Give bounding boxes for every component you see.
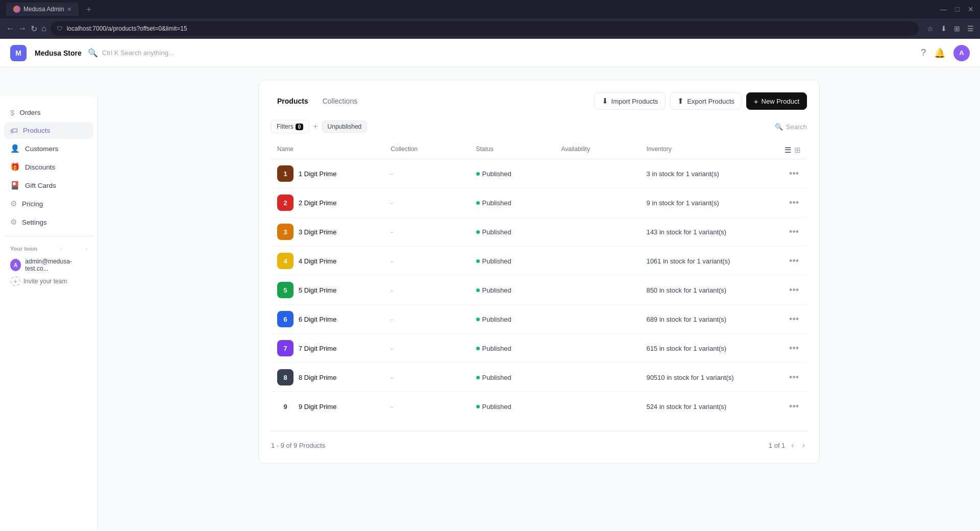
table-row[interactable]: 2 2 Digit Prime - Published 9 in stock f… [271,188,807,218]
row-menu-button[interactable]: ••• [787,400,801,413]
import-products-button[interactable]: ⬇ Import Products [594,92,666,110]
product-status: Published [476,403,561,411]
tab-close[interactable]: ✕ [67,6,71,13]
status-dot [476,288,480,292]
product-thumbnail: 3 [277,224,293,240]
table-row[interactable]: 6 6 Digit Prime - Published 689 in stock… [271,305,807,334]
tab-title: Medusa Admin [23,6,64,13]
status-dot [476,405,480,408]
grid-view-toggle[interactable]: ⊞ [794,146,801,155]
table-row[interactable]: 3 3 Digit Prime - Published 143 in stock… [271,218,807,247]
refresh-button[interactable]: ↻ [31,24,37,34]
pagination-page: 1 of 1 [769,442,786,449]
back-button[interactable]: ← [6,24,14,33]
address-bar[interactable]: 🛡 localhost:7000/a/products?offset=0&lim… [51,21,919,36]
global-search[interactable]: 🔍 Ctrl K Search anything... [88,48,915,58]
user-avatar[interactable]: A [953,45,970,61]
sidebar-item-label: Pricing [22,200,43,208]
team-nav-right[interactable]: › [85,246,87,252]
new-product-button[interactable]: + New Product [746,92,807,110]
pagination-info: 1 - 9 of 9 Products [271,442,325,449]
home-button[interactable]: ⌂ [41,24,46,33]
sidebar-item-gift-cards[interactable]: 🎴 Gift Cards [4,177,93,194]
table-search[interactable]: 🔍 Search [775,123,807,131]
team-nav-left[interactable]: ‹ [60,246,62,252]
sidebar-item-pricing[interactable]: ⚙ Pricing [4,195,93,212]
tab-collections[interactable]: Collections [316,94,363,108]
product-status: Published [476,228,561,236]
product-collection: - [391,170,476,178]
sidebar-item-orders[interactable]: $ Orders [4,104,93,121]
product-thumbnail: 6 [277,311,293,327]
tab-products[interactable]: Products [271,94,314,108]
row-actions: ••• [760,167,801,180]
maximize-btn[interactable]: □ [955,5,960,13]
unpublished-tag[interactable]: Unpublished [322,120,368,133]
col-status: Status [476,146,561,155]
product-name-cell: 7 7 Digit Prime [277,340,391,356]
notifications-button[interactable]: 🔔 [934,47,945,59]
col-inventory: Inventory [646,146,760,155]
filters-label: Filters [277,123,293,130]
product-inventory: 3 in stock for 1 variant(s) [646,170,760,178]
row-menu-button[interactable]: ••• [787,371,801,384]
filters-button[interactable]: Filters 0 [271,120,309,133]
products-icon: 🏷 [10,126,18,135]
extensions-icon[interactable]: ⊞ [954,25,960,33]
status-label: Published [482,345,511,352]
sidebar-item-label: Gift Cards [25,182,56,189]
settings-icon: ⚙ [10,218,17,227]
table-row[interactable]: 7 7 Digit Prime - Published 615 in stock… [271,334,807,363]
status-label: Published [482,257,511,265]
row-menu-button[interactable]: ••• [787,197,801,209]
help-button[interactable]: ? [921,47,926,58]
col-collection: Collection [391,146,476,155]
close-btn[interactable]: ✕ [968,5,974,13]
table-row[interactable]: 9 9 Digit Prime - Published 524 in stock… [271,392,807,421]
product-status: Published [476,286,561,294]
table-row[interactable]: 8 8 Digit Prime - Published 90510 in sto… [271,363,807,392]
prev-page-button[interactable]: ‹ [789,440,796,451]
row-menu-button[interactable]: ••• [787,226,801,238]
table-row[interactable]: 5 5 Digit Prime - Published 850 in stock… [271,276,807,305]
export-products-button[interactable]: ⬆ Export Products [670,92,742,110]
next-page-button[interactable]: › [800,440,807,451]
download-icon[interactable]: ⬇ [941,25,947,33]
row-menu-button[interactable]: ••• [787,284,801,297]
sidebar-item-settings[interactable]: ⚙ Settings [4,213,93,231]
add-filter-button[interactable]: + [313,122,317,131]
new-tab-button[interactable]: ＋ [85,4,93,15]
status-label: Published [482,286,511,294]
product-thumbnail: 2 [277,195,293,211]
minimize-btn[interactable]: — [940,5,947,13]
row-menu-button[interactable]: ••• [787,342,801,355]
row-menu-button[interactable]: ••• [787,255,801,268]
status-dot [476,318,480,321]
menu-icon[interactable]: ☰ [967,25,974,33]
browser-tab[interactable]: Medusa Admin ✕ [6,3,79,16]
pagination-nav: 1 of 1 ‹ › [769,440,807,451]
sidebar-item-products[interactable]: 🏷 Products [4,122,93,139]
product-inventory: 850 in stock for 1 variant(s) [646,286,760,294]
forward-button[interactable]: → [18,24,27,33]
invite-team-button[interactable]: + Invite your team [10,274,87,288]
store-initial: M [15,49,21,57]
products-table: Name Collection Status Availability Inve… [271,141,807,421]
bookmark-icon[interactable]: ☆ [927,25,934,33]
sidebar-item-discounts[interactable]: 🎁 Discounts [4,158,93,176]
list-view-toggle[interactable]: ☰ [785,146,791,155]
product-thumbnail: 5 [277,282,293,298]
product-inventory: 143 in stock for 1 variant(s) [646,228,760,236]
pagination: 1 - 9 of 9 Products 1 of 1 ‹ › [271,431,807,451]
search-label: Search [786,123,807,131]
product-collection: - [391,374,476,381]
table-row[interactable]: 1 1 Digit Prime - Published 3 in stock f… [271,159,807,188]
product-inventory: 524 in stock for 1 variant(s) [646,403,760,411]
table-row[interactable]: 4 4 Digit Prime - Published 1061 in stoc… [271,247,807,276]
sidebar-item-customers[interactable]: 👤 Customers [4,140,93,157]
product-collection: - [391,257,476,265]
team-member-avatar: A [10,259,21,271]
row-menu-button[interactable]: ••• [787,313,801,326]
row-menu-button[interactable]: ••• [787,167,801,180]
sidebar-item-label: Customers [25,145,58,153]
